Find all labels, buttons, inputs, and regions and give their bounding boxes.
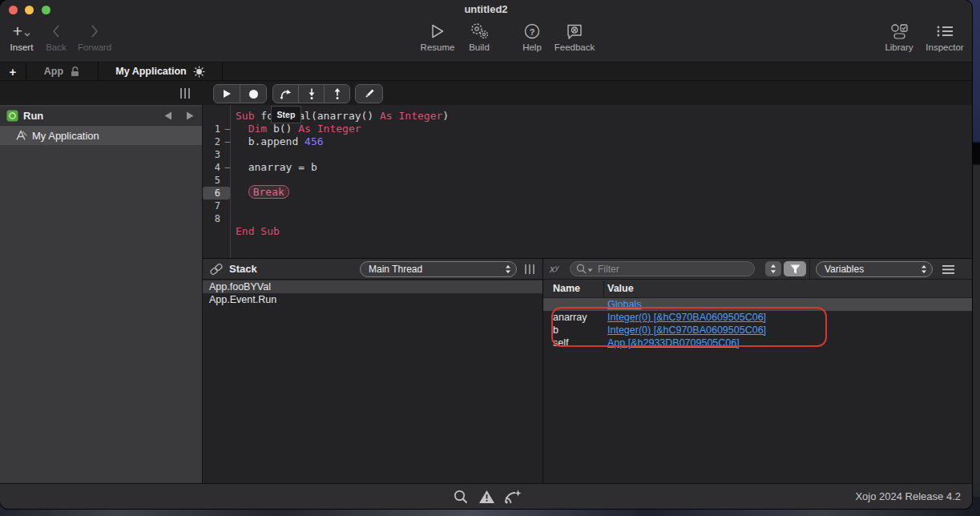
feedback-icon bbox=[550, 22, 599, 41]
step-into-button[interactable] bbox=[299, 85, 325, 103]
new-tab-button[interactable]: + bbox=[0, 62, 26, 80]
gutter-line-2[interactable]: 2— bbox=[203, 135, 230, 148]
feedback-button[interactable]: Feedback bbox=[550, 22, 599, 52]
stack-frame-event-run[interactable]: App.Event.Run bbox=[203, 293, 542, 306]
code-line-sub: Sub fooBYVal(anarray() As Integer) bbox=[236, 110, 449, 123]
resume-button[interactable]: Resume bbox=[415, 22, 460, 52]
tab-bar: + App My Application bbox=[0, 62, 972, 81]
code-line-append: b.append 456 bbox=[236, 135, 324, 148]
stepper-arrows-icon bbox=[770, 264, 776, 274]
code-editor[interactable]: 1— 2— 3 4— 5 6 7 8 Sub fooBYVal(anarray(… bbox=[203, 105, 972, 258]
step-out-icon bbox=[333, 88, 341, 99]
globals-link[interactable]: Globals bbox=[607, 298, 641, 311]
tab-my-application[interactable]: My Application bbox=[99, 62, 223, 80]
gutter-line-4[interactable]: 4— bbox=[203, 161, 230, 174]
navigator-header-title: Run bbox=[23, 110, 43, 122]
gutter-line-7[interactable]: 7 bbox=[203, 200, 230, 212]
chevron-left-icon bbox=[40, 22, 72, 41]
screen: untitled2 + Insert Back Forward bbox=[0, 0, 980, 516]
plus-tab-icon: + bbox=[10, 65, 17, 79]
search-options-chevron-icon bbox=[587, 268, 593, 272]
filter-field[interactable] bbox=[570, 261, 755, 276]
help-icon: ? bbox=[516, 22, 548, 41]
filter-input[interactable] bbox=[596, 263, 754, 276]
variables-header: xʸ Variables bbox=[543, 259, 972, 280]
warning-icon[interactable] bbox=[478, 490, 495, 504]
break-statement-highlight: Break bbox=[248, 185, 289, 199]
filter-toggle-button[interactable] bbox=[784, 261, 806, 276]
column-name: Name bbox=[553, 283, 580, 294]
navigator-item-my-application[interactable]: My Application bbox=[0, 126, 202, 145]
self-value-link[interactable]: App [&h2933DB0709505C06] bbox=[607, 337, 740, 349]
edit-code-button[interactable] bbox=[356, 85, 382, 103]
stack-title: Stack bbox=[229, 263, 257, 275]
code-line-break: Break bbox=[236, 186, 289, 199]
variables-panel: xʸ Variables bbox=[543, 259, 972, 483]
scope-selector[interactable]: Variables bbox=[816, 261, 933, 277]
funnel-icon bbox=[790, 264, 801, 274]
help-button[interactable]: ? Help bbox=[516, 22, 548, 52]
tab-app[interactable]: App bbox=[26, 62, 99, 80]
version-label: Xojo 2024 Release 4.2 bbox=[855, 490, 961, 502]
code-line-end-sub: End Sub bbox=[236, 225, 280, 238]
debug-toolbar bbox=[0, 81, 972, 106]
expression-icon: xʸ bbox=[550, 263, 559, 275]
run-stop-group bbox=[213, 84, 267, 103]
title-bar: untitled2 + Insert Back Forward bbox=[0, 0, 972, 62]
stop-button[interactable] bbox=[240, 85, 266, 103]
popup-arrows-icon bbox=[921, 264, 927, 274]
thread-selector[interactable]: Main Thread bbox=[360, 261, 517, 277]
library-icon bbox=[878, 22, 920, 41]
step-group bbox=[272, 84, 350, 103]
anarray-value-link[interactable]: Integer(0) [&hC970BA0609505C06] bbox=[607, 311, 766, 324]
b-value-link[interactable]: Integer(0) [&hC970BA0609505C06] bbox=[607, 324, 766, 337]
play-icon bbox=[222, 89, 232, 99]
column-divider[interactable] bbox=[603, 281, 604, 296]
stack-header: Stack Main Thread bbox=[203, 259, 542, 280]
navigator-panel: Run My Application bbox=[0, 105, 203, 483]
code-line-dim: Dim b() As Integer bbox=[236, 123, 361, 135]
variable-row-globals: Globals bbox=[543, 298, 972, 311]
window-title: untitled2 bbox=[0, 3, 972, 15]
variable-row-self: self App [&h2933DB0709505C06] bbox=[543, 337, 972, 349]
stepper-button[interactable] bbox=[765, 261, 781, 276]
pencil-icon bbox=[364, 88, 375, 99]
search-icon[interactable] bbox=[454, 490, 468, 504]
insert-button[interactable]: + Insert bbox=[3, 22, 40, 52]
nav-forward-arrow[interactable] bbox=[186, 111, 194, 120]
gutter-line-5[interactable]: 5 bbox=[203, 174, 230, 187]
variable-row-b: b Integer(0) [&hC970BA0609505C06] bbox=[543, 324, 972, 337]
edit-group bbox=[355, 84, 383, 103]
inspector-button[interactable]: Inspector bbox=[920, 22, 970, 52]
gutter-divider bbox=[230, 105, 231, 258]
inspector-icon bbox=[920, 22, 970, 41]
build-button[interactable]: Build bbox=[462, 22, 497, 52]
plus-icon: + bbox=[3, 22, 40, 41]
gutter-line-6-current[interactable]: 6 bbox=[203, 187, 230, 200]
drag-handle[interactable] bbox=[180, 88, 190, 99]
link-icon bbox=[209, 263, 224, 276]
menu-icon[interactable] bbox=[942, 265, 954, 274]
xojo-window: untitled2 + Insert Back Forward bbox=[0, 0, 972, 509]
activity-feed-icon[interactable] bbox=[504, 490, 522, 504]
chevron-right-icon bbox=[74, 22, 115, 41]
search-icon bbox=[576, 264, 587, 274]
forward-button[interactable]: Forward bbox=[74, 22, 115, 52]
gutter-line-1[interactable]: 1— bbox=[203, 123, 230, 135]
step-over-button[interactable] bbox=[273, 85, 299, 103]
step-over-icon bbox=[280, 88, 292, 99]
play-button[interactable] bbox=[214, 85, 240, 103]
back-button[interactable]: Back bbox=[40, 22, 72, 52]
step-out-button[interactable] bbox=[325, 85, 349, 103]
code-line-assign: anarray = b bbox=[236, 161, 317, 174]
gutter-line-3[interactable]: 3 bbox=[203, 148, 230, 161]
stack-drag-handle[interactable] bbox=[525, 264, 534, 274]
gutter-line-8[interactable]: 8 bbox=[203, 212, 230, 225]
stack-panel: Stack Main Thread App.fooBYVal App.Event… bbox=[203, 259, 542, 483]
bug-icon bbox=[193, 66, 205, 78]
navigator-header: Run bbox=[0, 107, 202, 126]
nav-back-arrow[interactable] bbox=[164, 111, 172, 120]
library-button[interactable]: Library bbox=[878, 22, 920, 52]
stop-icon bbox=[248, 89, 259, 99]
stack-frame-foobyval[interactable]: App.fooBYVal bbox=[203, 280, 542, 293]
